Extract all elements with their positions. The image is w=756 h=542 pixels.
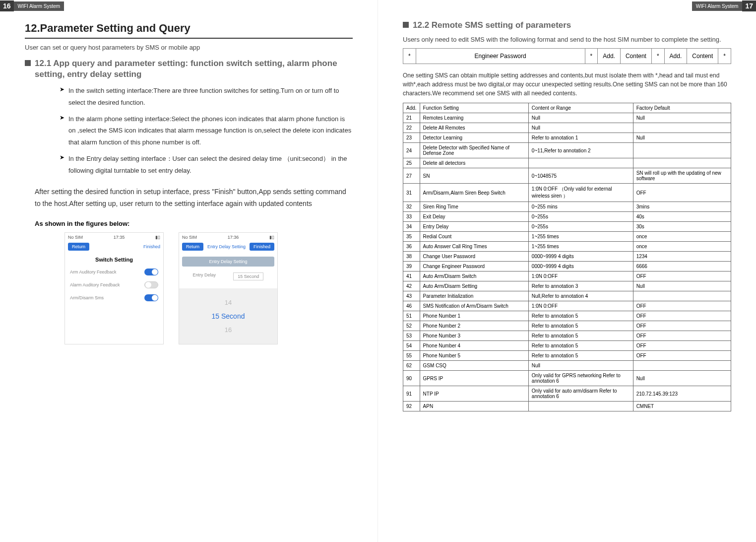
col-add: Add.: [403, 103, 420, 113]
finish-button[interactable]: Finished: [143, 244, 160, 249]
bullet-text: In the switch setting interface:There ar…: [68, 85, 353, 108]
right-content: 12.2 Remote SMS setting of parameters Us…: [378, 12, 756, 419]
table-cell: 1234: [633, 252, 731, 262]
table-cell: 54: [403, 341, 420, 351]
table-cell: Entry Delay: [420, 222, 528, 232]
table-cell: APN: [420, 402, 528, 411]
switch-row: Arm Auditory Feedback: [65, 266, 163, 278]
table-row: 36Auto Answer Call Ring Times1~255 times…: [403, 242, 731, 252]
settings-table: Add. Function Setting Content or Range F…: [403, 103, 731, 411]
time-label: 17:35: [114, 235, 125, 240]
table-cell: Refer to annotation 5: [528, 331, 633, 341]
table-cell: 32: [403, 202, 420, 212]
table-row: 21Remotes LearningNullNull: [403, 113, 731, 123]
left-page: 16 WIFI Alarm System 12.Parameter Settin…: [0, 0, 378, 542]
bullet-text: In the alarm phone setting interface:Sel…: [68, 113, 353, 148]
left-content: 12.Parameter Setting and Query User can …: [0, 12, 378, 354]
return-button[interactable]: Return: [182, 243, 203, 251]
arrow-icon: ➤: [60, 154, 64, 176]
table-cell: 33: [403, 212, 420, 222]
table-cell: OFF: [633, 271, 731, 281]
table-cell: 0~255 mins: [528, 202, 633, 212]
table-cell: GPRS IP: [420, 371, 528, 386]
table-cell: 24: [403, 143, 420, 158]
table-cell: Remotes Learning: [420, 113, 528, 123]
table-cell: 25: [403, 158, 420, 168]
table-cell: 1:0N 0:OFF: [528, 301, 633, 311]
table-row: 52Phone Number 2Refer to annotation 5OFF: [403, 321, 731, 331]
paragraph: After setting the desired function in se…: [35, 186, 353, 210]
table-cell: [528, 402, 633, 411]
table-cell: Only valid for GPRS networking Refer to …: [528, 371, 633, 386]
table-cell: Parameter Initialization: [420, 291, 528, 301]
table-row: 33Exit Delay0~255s40s: [403, 212, 731, 222]
col-content: Content or Range: [528, 103, 633, 113]
intro-text: User can set or query host parameters by…: [25, 44, 353, 51]
subheading-12-1: 12.1 App query and parameter setting: fu…: [25, 58, 353, 80]
right-header: WIFI Alarm System 17: [378, 0, 756, 12]
table-cell: OFF: [633, 311, 731, 321]
table-cell: [633, 291, 731, 301]
table-cell: 6666: [633, 262, 731, 271]
table-cell: Change Engineer Password: [420, 262, 528, 271]
sms-add: Add.: [598, 49, 621, 64]
picker-option: 14: [179, 296, 277, 309]
entry-delay-label: Entry Delay: [193, 272, 216, 280]
table-row: 24Delete Detector with Specified Name of…: [403, 143, 731, 158]
battery-icon: ▮▯: [269, 235, 274, 240]
screen-title: Entry Delay Setting: [207, 244, 246, 249]
table-cell: 22: [403, 123, 420, 133]
table-cell: Null: [633, 133, 731, 143]
table-cell: Null: [633, 113, 731, 123]
return-button[interactable]: Return: [68, 243, 89, 251]
table-row: 35Redial Count1~255 timesonce: [403, 232, 731, 242]
table-cell: 0000~9999 4 digits: [528, 262, 633, 271]
table-cell: 1~255 times: [528, 242, 633, 252]
table-cell: Exit Delay: [420, 212, 528, 222]
table-cell: 52: [403, 321, 420, 331]
table-cell: Arm/Disarm,Alarm Siren Beep Switch: [420, 184, 528, 202]
table-cell: Redial Count: [420, 232, 528, 242]
table-cell: 92: [403, 402, 420, 411]
table-cell: [633, 158, 731, 168]
carrier-label: No SIM: [182, 235, 197, 240]
table-cell: OFF: [633, 184, 731, 202]
table-row: 34Entry Delay0~255s30s: [403, 222, 731, 232]
switch-row: Arm/Disarm Sms: [65, 291, 163, 304]
switch-label: Arm Auditory Feedback: [70, 270, 117, 274]
toggle-off-icon[interactable]: [144, 281, 158, 288]
table-row: 53Phone Number 3Refer to annotation 5OFF: [403, 331, 731, 341]
arrow-icon: ➤: [60, 86, 64, 108]
table-cell: OFF: [633, 341, 731, 351]
finish-button[interactable]: Finished: [250, 243, 274, 251]
table-cell: 3mins: [633, 202, 731, 212]
table-row: 38Change User Password0000~9999 4 digits…: [403, 252, 731, 262]
toggle-on-icon[interactable]: [144, 294, 158, 301]
table-cell: [633, 361, 731, 371]
table-row: 90GPRS IPOnly valid for GPRS networking …: [403, 371, 731, 386]
sms-engineer-password: Engineer Password: [416, 49, 585, 64]
sys-label-left: WIFI Alarm System: [14, 1, 64, 11]
sms-content: Content: [687, 49, 718, 64]
table-cell: 1:0N 0:OFF: [528, 271, 633, 281]
table-cell: 0~255s: [528, 222, 633, 232]
table-cell: Delete all detectors: [420, 158, 528, 168]
table-cell: 42: [403, 281, 420, 291]
time-picker[interactable]: 14 15 Second 16: [179, 288, 277, 344]
table-cell: 46: [403, 301, 420, 311]
table-cell: 55: [403, 351, 420, 361]
table-cell: Phone Number 3: [420, 331, 528, 341]
table-cell: Null: [528, 123, 633, 133]
table-row: 41Auto Arm/Disarm Switch1:0N 0:OFFOFF: [403, 271, 731, 281]
table-header-row: Add. Function Setting Content or Range F…: [403, 103, 731, 113]
entry-delay-row: Entry Delay 15 Second: [179, 270, 277, 283]
table-cell: Phone Number 4: [420, 341, 528, 351]
col-function: Function Setting: [420, 103, 528, 113]
table-cell: [633, 143, 731, 158]
toggle-on-icon[interactable]: [144, 269, 158, 275]
table-cell: 90: [403, 371, 420, 386]
bullet-text: In the Entry delay setting interface：Use…: [68, 153, 353, 176]
sms-content: Content: [621, 49, 652, 64]
screen-title: Switch Setting: [65, 254, 163, 266]
entry-setting-banner: Entry Delay Setting: [182, 257, 274, 267]
